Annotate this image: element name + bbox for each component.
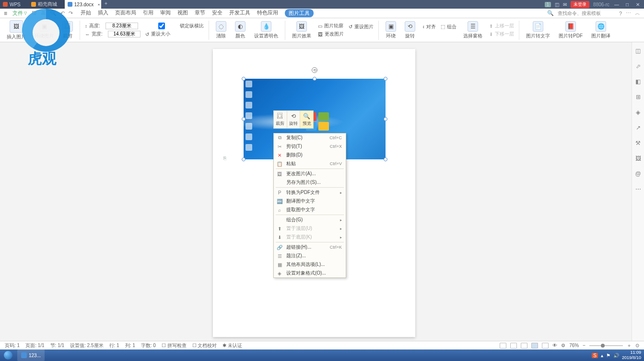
close-button[interactable]: ✕: [634, 2, 641, 7]
tab-home[interactable]: 开始: [81, 9, 91, 17]
rotate-button[interactable]: ⟲旋转: [403, 21, 417, 39]
help-icon[interactable]: ?: [619, 11, 622, 16]
width-input[interactable]: [108, 31, 141, 37]
send-backward-button[interactable]: ⬇下移一层: [489, 31, 514, 37]
start-button[interactable]: [0, 349, 16, 361]
eye-icon[interactable]: 👁: [552, 343, 557, 348]
login-button[interactable]: 未登录: [571, 1, 589, 8]
tab-ref[interactable]: 引用: [143, 9, 153, 17]
align-button[interactable]: ⫞对齐: [422, 24, 436, 30]
hamburger-icon[interactable]: ≡: [4, 10, 12, 17]
context-menu-item[interactable]: 组合(G)▸: [274, 216, 346, 224]
settings-icon[interactable]: ⚙: [561, 343, 565, 348]
web-view-button[interactable]: [542, 343, 549, 349]
outline-button[interactable]: ▭图片轮廓: [318, 23, 344, 29]
mini-crop-button[interactable]: ⿴裁剪: [274, 111, 287, 128]
rotate-handle[interactable]: ⟲: [312, 67, 317, 73]
tab-special[interactable]: 特色应用: [257, 9, 278, 17]
tray-flag-icon[interactable]: ⚑: [606, 353, 610, 358]
zoom-out-button[interactable]: −: [583, 343, 585, 348]
tray-up-icon[interactable]: ▴: [601, 353, 603, 358]
zoom-in-button[interactable]: ＋: [627, 342, 632, 349]
tray-sound-icon[interactable]: 🔊: [613, 353, 619, 358]
effect-button[interactable]: 🖼图片效果: [290, 21, 313, 39]
context-menu-item[interactable]: ✕删除(D): [274, 151, 346, 159]
context-menu-item[interactable]: ◈设置对象格式(O)...: [274, 269, 346, 277]
wrap2-button[interactable]: ▣环绕: [384, 21, 398, 39]
sidebar-tool-icon[interactable]: ⚒: [634, 139, 642, 147]
tab-doc[interactable]: 123.docx ×: [65, 0, 102, 9]
context-menu-item[interactable]: ⧉复制(C)Ctrl+C: [274, 133, 346, 142]
context-menu-item[interactable]: ⌕提取图中文字: [274, 205, 346, 214]
context-menu-item[interactable]: P转换为PDF文件▸: [274, 188, 346, 197]
more-icon[interactable]: ⋯: [626, 10, 631, 16]
bring-forward-button[interactable]: ⬆上移一层: [489, 23, 514, 29]
fullscreen-button[interactable]: [500, 343, 506, 349]
pic-to-text-button[interactable]: 📄图片转文字: [524, 21, 552, 39]
read-view-button[interactable]: [510, 343, 517, 349]
lock-ratio-checkbox[interactable]: [145, 23, 178, 29]
resize-handle[interactable]: [313, 77, 316, 81]
fit-button[interactable]: ⊙: [635, 343, 639, 348]
print-icon[interactable]: 🖶: [41, 10, 46, 16]
resize-handle[interactable]: [384, 77, 387, 81]
page-count[interactable]: 页面: 1/1: [25, 342, 44, 349]
crop-button[interactable]: ⿴裁剪: [60, 21, 75, 39]
transparency-button[interactable]: 💧设置透明色: [252, 21, 280, 39]
zoom-slider[interactable]: [589, 345, 623, 346]
sidebar-shape-icon[interactable]: ◈: [634, 108, 642, 116]
tab-section[interactable]: 章节: [195, 9, 205, 17]
tab-shop[interactable]: 稻壳商城: [28, 0, 65, 9]
context-menu-item[interactable]: ✂剪切(T)Ctrl+X: [274, 142, 346, 151]
sidebar-at-icon[interactable]: @: [634, 170, 642, 178]
proofread[interactable]: ☐ 文档校对: [192, 342, 217, 349]
cert-status[interactable]: ✱ 未认证: [222, 342, 242, 349]
sidebar-pane-icon[interactable]: ◫: [634, 47, 642, 55]
insert-picture-button[interactable]: 🖼插入图片: [5, 20, 28, 40]
maximize-button[interactable]: □: [624, 2, 631, 7]
sidebar-pic-icon[interactable]: 🖼: [634, 155, 642, 162]
pic-to-pdf-button[interactable]: 📕图片转PDF: [557, 21, 585, 39]
resize-handle[interactable]: [384, 157, 387, 161]
tab-review[interactable]: 审阅: [160, 9, 171, 17]
color-button[interactable]: ◐颜色: [233, 21, 247, 39]
resize-handle[interactable]: [242, 77, 246, 81]
sidebar-more-icon[interactable]: ⋯: [634, 185, 642, 193]
search-input[interactable]: 查找命令、搜索模板: [558, 10, 615, 17]
pic-translate-button[interactable]: 🌐图片翻译: [589, 21, 612, 39]
tab-layout[interactable]: 页面布局: [115, 9, 136, 17]
context-menu-item[interactable]: ☰题注(Z)...: [274, 252, 346, 260]
reset-size-button[interactable]: 重设大小: [151, 31, 170, 37]
notify-badge[interactable]: 1: [545, 2, 551, 7]
add-tab-button[interactable]: ＋: [101, 0, 111, 9]
save-icon[interactable]: 🖫: [32, 10, 37, 16]
context-menu-item[interactable]: 🔤翻译图中文字: [274, 197, 346, 205]
tab-wps[interactable]: WPS: [0, 0, 28, 9]
clear-button[interactable]: ◌清除: [214, 21, 228, 39]
spell-check[interactable]: ☐ 拼写检查: [162, 342, 187, 349]
minimize-button[interactable]: —: [613, 2, 620, 7]
char-count[interactable]: 字数: 0: [141, 342, 156, 349]
wrap-picture-button[interactable]: ▣环绕图片: [33, 21, 56, 39]
collapse-ribbon-icon[interactable]: ︿: [635, 10, 640, 17]
resize-handle[interactable]: [242, 157, 246, 161]
tab-dev[interactable]: 开发工具: [229, 9, 250, 17]
preview-icon[interactable]: 🔍: [50, 10, 57, 16]
taskbar-app[interactable]: 123...: [17, 349, 45, 361]
mini-preview-button[interactable]: 🔍预览: [300, 111, 313, 128]
file-menu[interactable]: 文件▽: [12, 10, 27, 17]
context-menu-item[interactable]: 📋粘贴Ctrl+V: [274, 159, 346, 168]
close-icon[interactable]: ×: [98, 2, 100, 7]
group-button[interactable]: ⬚组合: [441, 24, 457, 30]
tab-view[interactable]: 视图: [177, 9, 188, 17]
change-pic-button[interactable]: 🖼更改图片: [318, 31, 344, 37]
sidebar-style-icon[interactable]: ◧: [634, 78, 642, 85]
tray-ime-icon[interactable]: S: [592, 353, 598, 358]
outline-view-button[interactable]: [531, 343, 538, 349]
search-icon[interactable]: 🔍: [547, 10, 554, 16]
reset-pic-button[interactable]: ↺重设图片: [349, 24, 374, 30]
print-view-button[interactable]: [521, 343, 527, 349]
context-menu-item[interactable]: 🖼更改图片(A)...: [274, 169, 346, 178]
resize-handle[interactable]: [384, 117, 387, 121]
height-input[interactable]: [105, 23, 138, 29]
